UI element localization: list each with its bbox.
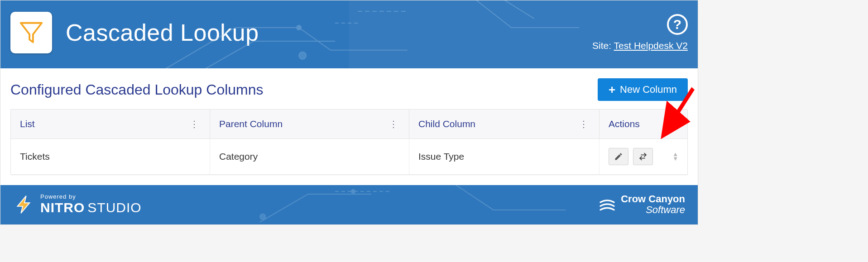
company-name-top: Crow Canyon: [621, 194, 685, 204]
new-column-label: New Column: [620, 84, 677, 95]
column-header-actions: Actions: [599, 110, 687, 139]
powered-by-label: Powered by: [40, 193, 142, 200]
help-icon[interactable]: ?: [667, 14, 688, 35]
site-label-line: Site: Test Helpdesk V2: [592, 40, 688, 51]
powered-by-block: Powered by NITRO STUDIO: [13, 193, 142, 215]
new-column-button[interactable]: + New Column: [598, 78, 688, 101]
svg-point-4: [351, 190, 355, 193]
nitro-bolt-icon: [13, 194, 34, 215]
nitro-word: NITRO: [40, 200, 85, 215]
cell-parent: Category: [210, 139, 409, 174]
plus-icon: +: [609, 84, 615, 95]
spinner-down-icon[interactable]: ▼: [672, 157, 678, 161]
column-header-child[interactable]: Child Column ⋮: [409, 110, 599, 139]
cell-list: Tickets: [11, 139, 210, 174]
studio-word: STUDIO: [87, 200, 141, 215]
funnel-icon-box: [10, 12, 52, 53]
page-footer: Powered by NITRO STUDIO Crow Canyon Soft…: [0, 185, 698, 224]
edit-button[interactable]: [609, 148, 628, 165]
svg-point-0: [297, 25, 301, 30]
column-menu-icon[interactable]: ⋮: [188, 118, 201, 130]
site-label: Site:: [592, 40, 611, 51]
svg-point-1: [299, 52, 306, 59]
page-title: Cascaded Lookup: [66, 19, 259, 46]
wave-logo-icon: [598, 195, 616, 214]
pencil-icon: [614, 152, 623, 161]
svg-point-5: [260, 214, 265, 219]
row-reorder-spinner[interactable]: ▲ ▼: [672, 152, 678, 161]
column-menu-icon[interactable]: ⋮: [577, 118, 590, 130]
funnel-icon: [17, 19, 45, 47]
columns-grid: List ⋮ Parent Column ⋮ Child Column ⋮ Ac…: [10, 109, 688, 175]
site-link[interactable]: Test Helpdesk V2: [614, 40, 688, 51]
column-menu-icon[interactable]: ⋮: [387, 118, 400, 130]
column-header-list[interactable]: List ⋮: [11, 110, 210, 139]
section-title: Configured Cascaded Lookup Columns: [10, 81, 264, 98]
column-header-parent[interactable]: Parent Column ⋮: [210, 110, 409, 139]
company-logo-block: Crow Canyon Software: [598, 194, 685, 214]
swap-button[interactable]: [633, 148, 653, 165]
table-row: Tickets Category Issue Type: [11, 139, 687, 175]
swap-icon: [638, 152, 648, 162]
company-name-bottom: Software: [621, 205, 685, 215]
grid-header-row: List ⋮ Parent Column ⋮ Child Column ⋮ Ac…: [11, 110, 687, 139]
cell-child: Issue Type: [409, 139, 599, 174]
cell-actions: ▲ ▼: [599, 139, 687, 174]
page-header: Cascaded Lookup ? Site: Test Helpdesk V2: [0, 0, 698, 68]
